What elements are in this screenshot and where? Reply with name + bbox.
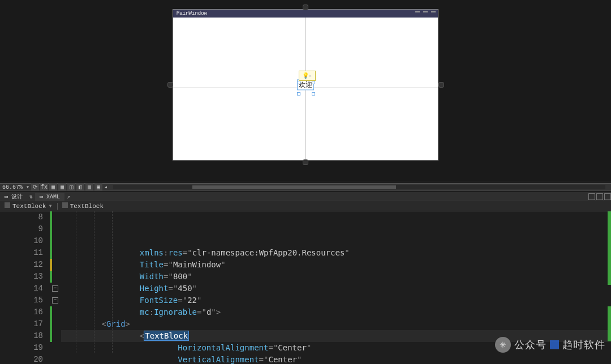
horizontal-scrollbar[interactable]	[113, 185, 605, 189]
selection-handle[interactable]	[312, 92, 315, 96]
lightbulb-hint[interactable]: 💡▸	[299, 71, 316, 81]
snap2-icon[interactable]: ◧	[76, 183, 84, 191]
watermark-text-a: 公众号	[514, 338, 547, 352]
code-line[interactable]: xmlns:res="clr-namespace:WpfApp20.Resour…	[61, 247, 611, 259]
split-pane-toolbar: ▭ 设计 ⇅ ▭ XAML ↗	[0, 192, 611, 201]
breadcrumb-left[interactable]: TextBlock	[0, 202, 46, 210]
layout-horizontal-icon[interactable]	[596, 193, 603, 200]
swap-panes-icon[interactable]: ⇅	[27, 193, 35, 200]
snap-icon[interactable]: ◫	[67, 183, 75, 191]
resize-handle-top[interactable]	[303, 5, 308, 10]
tab-xaml[interactable]: ▭ XAML	[35, 193, 64, 201]
fold-toggle[interactable]: −	[52, 297, 58, 304]
code-line[interactable]: Height="450"	[61, 283, 611, 294]
watermark-text-b: 趋时软件	[562, 338, 605, 352]
code-line[interactable]: Width="800"	[61, 271, 611, 283]
code-line[interactable]: <Grid>	[61, 318, 611, 330]
overview-ruler	[608, 211, 611, 364]
tab-design[interactable]: ▭ 设计	[0, 192, 27, 201]
line-number-gutter: 891011121314151617181920	[0, 211, 50, 364]
designer-canvas[interactable]: MainWindow 欢迎 💡▸	[0, 0, 611, 181]
grid-icon[interactable]: ▦	[49, 183, 57, 191]
code-line[interactable]: FontSize="22"	[61, 294, 611, 306]
breadcrumb-bar: TextBlock ▾ TextBlock	[0, 201, 611, 211]
resize-handle-left[interactable]	[167, 82, 173, 88]
scrollbar-thumb[interactable]	[192, 185, 396, 189]
layout-collapse-icon[interactable]	[604, 193, 611, 200]
grid2-icon[interactable]: ▦	[58, 183, 66, 191]
resize-handle-bottom[interactable]	[303, 159, 308, 165]
design-window-titlebar: MainWindow	[173, 10, 438, 18]
zoom-dropdown-icon[interactable]: ▾	[25, 184, 31, 190]
chevron-down-icon[interactable]: ▾	[46, 202, 54, 210]
window-title-text: MainWindow	[177, 11, 207, 16]
watermark: ✳ 公众号 趋时软件	[495, 337, 605, 353]
popup-icon[interactable]: ▣	[94, 183, 102, 191]
design-window[interactable]: MainWindow 欢迎 💡▸	[173, 9, 438, 161]
code-line[interactable]: VerticalAlignment="Center"	[61, 354, 611, 364]
selection-handle[interactable]	[312, 81, 315, 84]
window-buttons	[415, 11, 436, 12]
selection-handle[interactable]	[297, 92, 300, 96]
popout-icon[interactable]: ↗	[64, 193, 72, 200]
layout-icon[interactable]: ▥	[85, 183, 93, 191]
fold-column: −−	[52, 211, 61, 364]
resize-handle-right[interactable]	[438, 82, 444, 88]
selection-handle[interactable]	[297, 81, 300, 84]
scroll-left-icon[interactable]: ◂	[103, 184, 109, 190]
layout-vertical-icon[interactable]	[588, 193, 595, 200]
code-line[interactable]: Title="MainWindow"	[61, 259, 611, 271]
wechat-icon: ✳	[495, 337, 511, 353]
code-line[interactable]: mc:Ignorable="d">	[61, 306, 611, 318]
fold-toggle[interactable]: −	[52, 285, 58, 292]
watermark-square-icon	[550, 340, 559, 349]
zoom-level[interactable]: 66.67%	[0, 184, 25, 190]
fx-icon[interactable]: fx	[40, 183, 48, 191]
refresh-icon[interactable]: ⟳	[31, 183, 39, 191]
breadcrumb-right[interactable]: TextBlock	[60, 202, 104, 210]
